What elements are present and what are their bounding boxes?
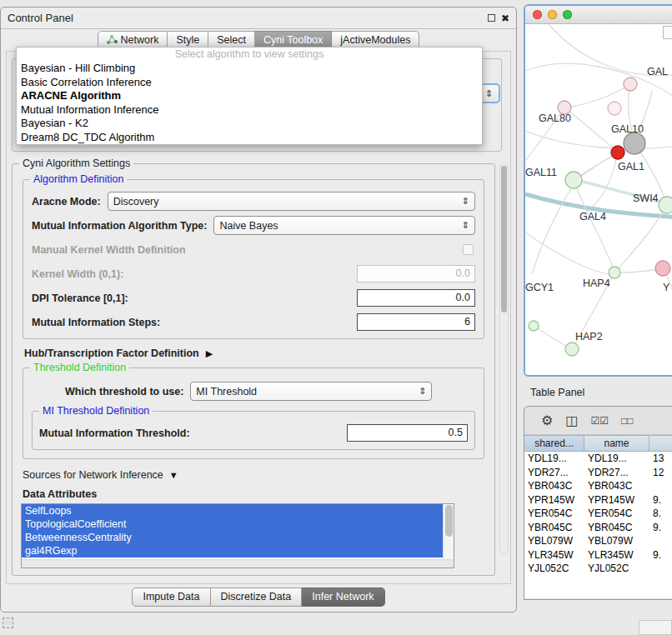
attribute-list-item[interactable]: BetweennessCentrality — [22, 531, 443, 544]
table-row[interactable]: YBR043CYBR043C — [524, 479, 672, 493]
table-cell: YBR045C — [524, 521, 584, 535]
network-node[interactable] — [624, 78, 637, 91]
mi-algorithm-type-select[interactable]: Naive Bayes ⇕ — [213, 216, 475, 235]
table-row[interactable]: YPR145WYPR145W9. — [524, 493, 672, 508]
algorithm-option[interactable]: Dream8 DC_TDC Algorithm — [17, 131, 482, 145]
table-cell: YJL052C — [584, 562, 649, 576]
table-cell: YBR043C — [584, 479, 649, 493]
gear-icon[interactable]: ⚙ — [541, 414, 553, 428]
mi-algorithm-type-value: Naive Bayes — [219, 220, 278, 232]
attribute-list-scrollbar[interactable] — [443, 504, 454, 559]
attribute-list-items: SelfLoopsTopologicalCoefficientBetweenne… — [22, 504, 443, 558]
kernel-width-label: Kernel Width (0,1): — [32, 268, 123, 280]
network-node[interactable] — [529, 321, 539, 331]
combo-arrows-icon: ⇕ — [412, 386, 426, 397]
attribute-list-hscrollbar[interactable] — [22, 559, 454, 568]
aracne-mode-select[interactable]: Discovery ⇕ — [108, 192, 475, 211]
settings-area: Cyni Algorithm Settings Algorithm Defini… — [8, 163, 509, 584]
which-threshold-select[interactable]: MI Threshold ⇕ — [190, 382, 432, 401]
algorithm-option[interactable]: ARACNE Algorithm — [17, 89, 482, 103]
mi-threshold-field[interactable]: 0.5 — [347, 424, 468, 442]
expand-right-icon: ▶ — [206, 348, 213, 359]
table-row[interactable]: YDR27...YDR27...12 — [524, 466, 672, 480]
attribute-list-item[interactable]: TopologicalCoefficient — [22, 518, 443, 531]
table-panel-title: Table Panel — [530, 387, 584, 398]
scrollbar-thumb[interactable] — [501, 166, 507, 312]
network-node[interactable] — [624, 132, 645, 154]
tab-label: Style — [176, 34, 199, 46]
column-header-name[interactable]: name — [584, 436, 649, 451]
algorithm-dropdown-list: Bayesian - Hill ClimbingBasic Correlatio… — [17, 62, 482, 144]
table-row[interactable]: YBR045CYBR045C9. — [524, 521, 672, 535]
table-cell: YDL19... — [584, 452, 649, 466]
network-tab-icon — [107, 34, 118, 45]
network-node[interactable] — [659, 197, 672, 213]
control-panel-titlebar[interactable]: Control Panel ✖ — [1, 8, 516, 29]
zoom-traffic-light[interactable] — [563, 10, 572, 19]
table-row[interactable]: YBL079WYBL079W — [524, 534, 672, 548]
network-node[interactable] — [609, 267, 620, 278]
group-title-cyni-settings: Cyni Algorithm Settings — [19, 158, 133, 169]
network-window-titlebar[interactable] — [525, 6, 672, 24]
table-cell: 9. — [649, 548, 672, 562]
minimize-traffic-light[interactable] — [548, 10, 557, 19]
manual-kernel-label: Manual Kernel Width Definition — [32, 244, 186, 256]
table-cell: YER054C — [584, 507, 649, 521]
network-node[interactable] — [558, 101, 571, 114]
which-threshold-value: MI Threshold — [196, 386, 257, 398]
float-window-icon[interactable] — [488, 14, 495, 22]
attribute-list-item[interactable]: gal4RGexp — [22, 544, 443, 558]
hub-definition-toggle[interactable]: Hub/Transcription Factor Definition ▶ — [24, 348, 486, 359]
column-header-extra[interactable] — [649, 436, 672, 451]
settings-scrollbar[interactable] — [499, 163, 509, 553]
kernel-width-field: 0.0 — [357, 265, 475, 282]
tab-label: Cyni Toolbox — [263, 34, 323, 46]
table-cell: YDR27... — [524, 466, 584, 480]
attribute-list-item[interactable]: SelfLoops — [22, 504, 443, 518]
tab-impute-data[interactable]: Impute Data — [132, 588, 210, 607]
group-title-mi-threshold: MI Threshold Definition — [39, 405, 153, 417]
algorithm-option[interactable]: Basic Correlation Inference — [17, 76, 482, 90]
table-cell: YER054C — [524, 507, 584, 521]
tab-discretize-data[interactable]: Discretize Data — [211, 588, 303, 607]
attribute-list[interactable]: SelfLoopsTopologicalCoefficientBetweenne… — [21, 503, 454, 568]
columns-icon[interactable]: ◫ — [565, 414, 578, 428]
mi-threshold-definition-group: MI Threshold Definition Mutual Informati… — [32, 411, 475, 450]
network-canvas[interactable]: GALGAL80GAL10GAL11GAL1SWI4GAL4GCY1HAP4HA… — [525, 24, 672, 375]
dpi-tolerance-field[interactable]: 0.0 — [357, 289, 475, 307]
network-view-window: GALGAL80GAL10GAL11GAL1SWI4GAL4GCY1HAP4HA… — [524, 4, 672, 377]
dpi-tolerance-label: DPI Tolerance [0,1]: — [32, 292, 128, 304]
table-row[interactable]: YDL19...YDL19...13 — [524, 452, 672, 466]
column-header-shared-name[interactable]: shared... — [524, 436, 584, 451]
sources-toggle[interactable]: Sources for Network Inference ▼ — [23, 469, 486, 481]
algorithm-dropdown-popup: Select algorithm to view settings Bayesi… — [16, 47, 483, 145]
algorithm-option[interactable]: Mutual Information Inference — [17, 103, 482, 118]
table-row[interactable]: YLR345WYLR345W9. — [524, 548, 672, 562]
table-cell: YDL19... — [524, 452, 584, 466]
network-node[interactable] — [611, 146, 624, 159]
tab-infer-network[interactable]: Infer Network — [302, 588, 384, 607]
combo-arrows-icon: ⇕ — [455, 196, 469, 207]
aracne-mode-value: Discovery — [113, 196, 159, 208]
network-node[interactable] — [655, 261, 670, 276]
network-node[interactable] — [565, 342, 579, 356]
table-cell: YDR27... — [584, 466, 649, 480]
collapse-down-icon: ▼ — [169, 470, 178, 480]
table-row[interactable]: YJL052CYJL052C — [524, 562, 672, 576]
network-node[interactable] — [565, 172, 582, 188]
scrollbar-thumb[interactable] — [445, 505, 453, 537]
table-cell: YLR345W — [524, 548, 584, 562]
network-node[interactable] — [608, 102, 621, 115]
dropdown-placeholder: Select algorithm to view settings — [17, 48, 482, 62]
algorithm-option[interactable]: Bayesian - K2 — [17, 117, 482, 131]
threshold-definition-group: Threshold Definition Which threshold to … — [23, 368, 484, 459]
collapsed-panel-icon[interactable] — [3, 618, 13, 628]
table-row[interactable]: YER054CYER054C8. — [524, 507, 672, 521]
algorithm-definition-group: Algorithm Definition Aracne Mode: Discov… — [23, 179, 484, 339]
close-traffic-light[interactable] — [533, 10, 542, 19]
select-all-checkboxes-icon[interactable]: ☑☑ — [590, 416, 609, 426]
close-icon[interactable]: ✖ — [501, 13, 509, 23]
deselect-all-checkboxes-icon[interactable]: □□ — [621, 416, 634, 426]
mi-steps-field[interactable]: 6 — [357, 313, 475, 331]
algorithm-option[interactable]: Bayesian - Hill Climbing — [17, 62, 482, 76]
